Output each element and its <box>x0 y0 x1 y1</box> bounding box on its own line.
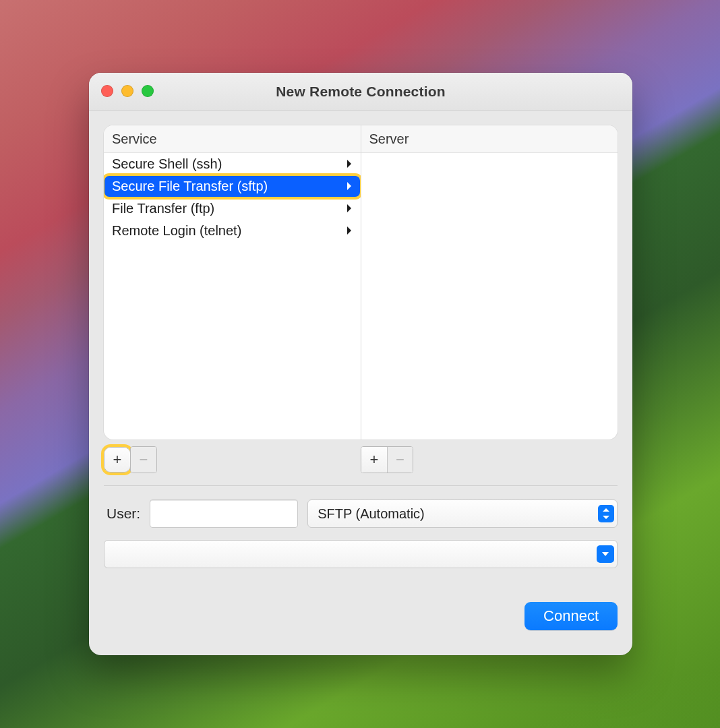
minus-icon: − <box>396 452 404 467</box>
updown-stepper-icon <box>598 505 614 522</box>
server-add-remove-group: + − <box>361 446 413 473</box>
service-list-toolbar: + − <box>104 446 361 473</box>
user-protocol-row: User: SFTP (Automatic) <box>104 499 618 528</box>
server-column: Server <box>361 125 618 439</box>
server-column-header: Server <box>361 125 618 153</box>
service-server-pane: Service Secure Shell (ssh)Secure File Tr… <box>104 125 618 439</box>
close-window-button[interactable] <box>101 85 113 97</box>
service-remove-group: − <box>130 446 157 473</box>
titlebar: New Remote Connection <box>89 73 632 111</box>
plus-icon: + <box>113 452 122 467</box>
service-row[interactable]: File Transfer (ftp) <box>104 198 361 220</box>
chevron-down-icon <box>597 545 614 563</box>
service-add-remove-group: + <box>104 447 131 473</box>
service-row[interactable]: Secure File Transfer (sftp) <box>104 175 361 198</box>
remove-service-button[interactable]: − <box>131 447 156 473</box>
server-list[interactable] <box>361 153 618 439</box>
service-row-label: File Transfer (ftp) <box>112 199 214 218</box>
plus-icon: + <box>370 452 379 467</box>
user-label: User: <box>104 506 140 522</box>
service-row-label: Remote Login (telnet) <box>112 221 241 240</box>
dialog-footer: Connect <box>104 602 618 630</box>
server-list-toolbar: + − <box>361 446 618 473</box>
chevron-right-icon <box>346 199 353 218</box>
user-field[interactable] <box>150 499 298 528</box>
list-toolbars: + − + − <box>104 446 618 473</box>
zoom-window-button[interactable] <box>142 85 154 97</box>
service-column: Service Secure Shell (ssh)Secure File Tr… <box>104 125 361 439</box>
service-row[interactable]: Remote Login (telnet) <box>104 220 361 242</box>
window-content: Service Secure Shell (ssh)Secure File Tr… <box>89 111 632 642</box>
add-service-button[interactable]: + <box>104 448 130 472</box>
divider <box>104 485 618 486</box>
chevron-right-icon <box>346 221 353 240</box>
protocol-select-value: SFTP (Automatic) <box>318 506 425 522</box>
chevron-right-icon <box>346 154 353 173</box>
remove-server-button[interactable]: − <box>387 447 413 473</box>
window-title: New Remote Connection <box>89 84 632 100</box>
window-controls <box>101 85 154 97</box>
service-list[interactable]: Secure Shell (ssh)Secure File Transfer (… <box>104 153 361 439</box>
service-row-label: Secure File Transfer (sftp) <box>112 177 268 195</box>
chevron-right-icon <box>346 177 353 195</box>
service-column-header: Service <box>104 125 361 153</box>
connect-button[interactable]: Connect <box>524 602 618 630</box>
connection-url-row <box>104 540 618 568</box>
new-remote-connection-window: New Remote Connection Service Secure She… <box>89 73 632 655</box>
connection-url-combobox[interactable] <box>104 540 618 568</box>
service-row-label: Secure Shell (ssh) <box>112 154 222 173</box>
protocol-select[interactable]: SFTP (Automatic) <box>307 499 618 528</box>
service-row[interactable]: Secure Shell (ssh) <box>104 153 361 175</box>
minus-icon: − <box>140 452 148 467</box>
minimize-window-button[interactable] <box>121 85 133 97</box>
add-server-button[interactable]: + <box>361 447 387 473</box>
